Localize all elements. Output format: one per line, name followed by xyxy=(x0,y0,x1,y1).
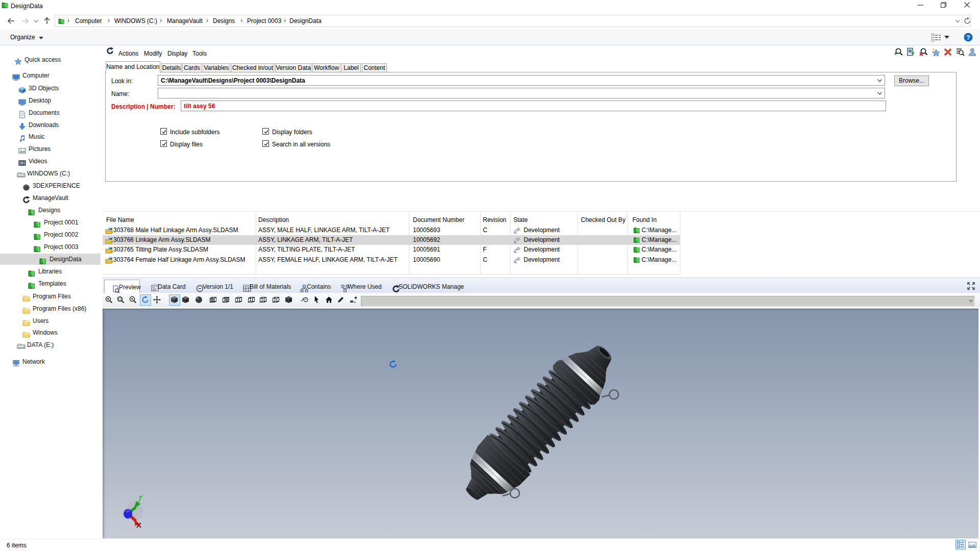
svg-text:?: ? xyxy=(966,34,970,41)
